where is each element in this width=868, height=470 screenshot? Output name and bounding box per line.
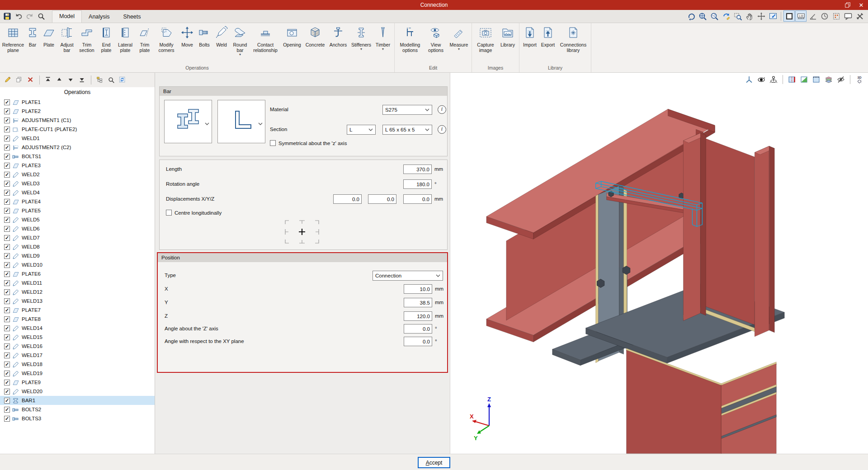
rotation-input[interactable]: [403, 179, 432, 189]
ribbon-button-trim-section[interactable]: Trim section: [76, 24, 97, 63]
move-top-icon[interactable]: [44, 75, 53, 85]
ribbon-button-import[interactable]: Import: [521, 24, 539, 63]
section-family-select[interactable]: L: [347, 125, 376, 135]
zoom-x2-icon[interactable]: ×2: [708, 10, 720, 22]
protractor-icon[interactable]: [819, 10, 830, 22]
item-checkbox[interactable]: ✓: [4, 127, 10, 132]
tab-analysis[interactable]: Analysis: [82, 11, 117, 23]
move-bottom-icon[interactable]: [78, 75, 87, 85]
search-icon[interactable]: [36, 11, 46, 22]
item-checkbox[interactable]: ✓: [4, 289, 10, 295]
delete-icon[interactable]: [26, 75, 35, 85]
tree-item-bolts3[interactable]: ✓ BOLTS3: [0, 414, 155, 423]
item-checkbox[interactable]: ✓: [4, 362, 10, 367]
ribbon-button-modify-corners[interactable]: Modify corners: [154, 24, 179, 63]
ribbon-button-reference-plane[interactable]: Reference plane: [1, 24, 25, 63]
tree-item-weld1[interactable]: ✓ WELD1: [0, 134, 155, 143]
orbit-icon[interactable]: [756, 75, 766, 85]
item-checkbox[interactable]: ✓: [4, 136, 10, 141]
zoom-window-icon[interactable]: [732, 10, 743, 22]
tree-item-weld17[interactable]: ✓ WELD17: [0, 351, 155, 360]
section-info-icon[interactable]: i: [438, 125, 446, 134]
tree-item-plate-cut1-plate2-[interactable]: ✓ PLATE-CUT1 (PLATE2): [0, 125, 155, 134]
settings-tools-icon[interactable]: [854, 10, 865, 22]
ribbon-button-lateral-plate[interactable]: Lateral plate: [115, 24, 135, 63]
insertion-point-picker[interactable]: [282, 217, 322, 247]
zoom-extents-icon[interactable]: [697, 10, 708, 22]
material-info-icon[interactable]: i: [438, 105, 446, 114]
tree-item-plate5[interactable]: ✓ PLATE5: [0, 206, 155, 215]
tree-item-weld7[interactable]: ✓ WELD7: [0, 233, 155, 242]
item-checkbox[interactable]: ✓: [4, 172, 10, 178]
tree-item-plate2[interactable]: ✓ PLATE2: [0, 107, 155, 116]
item-checkbox[interactable]: ✓: [4, 352, 10, 358]
angle-z-input[interactable]: [404, 324, 432, 334]
item-checkbox[interactable]: ✓: [4, 334, 10, 340]
centre-checkbox[interactable]: [166, 210, 172, 216]
item-checkbox[interactable]: ✓: [4, 416, 10, 422]
angle-xy-input[interactable]: [404, 337, 432, 346]
item-checkbox[interactable]: ✓: [4, 271, 10, 277]
item-checkbox[interactable]: ✓: [4, 389, 10, 395]
tree-item-bolts1[interactable]: ✓ BOLTS1: [0, 152, 155, 161]
viewport-3d[interactable]: 3D Z X Y: [450, 73, 868, 454]
ribbon-button-weld[interactable]: Weld: [213, 24, 230, 63]
item-checkbox[interactable]: ✓: [4, 226, 10, 232]
item-checkbox[interactable]: ✓: [4, 99, 10, 105]
ribbon-button-end-plate[interactable]: End plate: [97, 24, 115, 63]
accept-button[interactable]: Accept: [418, 457, 450, 468]
tree-item-bolts2[interactable]: ✓ BOLTS2: [0, 405, 155, 414]
ribbon-button-modelling-options[interactable]: Modelling options: [396, 24, 424, 63]
item-checkbox[interactable]: ✓: [4, 262, 10, 268]
tree-item-adjustment2-c2-[interactable]: ✓ ADJUSTMENT2 (C2): [0, 143, 155, 152]
close-window-icon[interactable]: ✕: [854, 0, 868, 10]
angle-measure-icon[interactable]: [807, 10, 818, 22]
length-input[interactable]: [403, 164, 432, 174]
ribbon-button-connections-library[interactable]: Connections library: [557, 24, 590, 63]
section-shape-picker[interactable]: [217, 100, 265, 143]
ribbon-button-capture-image[interactable]: Capture image: [473, 24, 498, 63]
item-checkbox[interactable]: ✓: [4, 380, 10, 385]
copy-icon[interactable]: [15, 75, 24, 85]
tree-item-weld15[interactable]: ✓ WELD15: [0, 333, 155, 342]
tree-item-weld5[interactable]: ✓ WELD5: [0, 215, 155, 224]
ribbon-button-plate[interactable]: Plate: [40, 24, 57, 63]
tree-item-plate1[interactable]: ✓ PLATE1: [0, 98, 155, 107]
ribbon-button-export[interactable]: Export: [539, 24, 557, 63]
ribbon-button-timber[interactable]: Timber ▾: [373, 24, 393, 63]
item-checkbox[interactable]: ✓: [4, 316, 10, 322]
fit-screen-icon[interactable]: [767, 10, 778, 22]
move-down-icon[interactable]: [66, 75, 75, 85]
item-checkbox[interactable]: ✓: [4, 118, 10, 123]
item-checkbox[interactable]: ✓: [4, 199, 10, 205]
ribbon-button-concrete[interactable]: Concrete: [303, 24, 327, 63]
item-checkbox[interactable]: ✓: [4, 407, 10, 413]
tree-item-weld2[interactable]: ✓ WELD2: [0, 170, 155, 179]
view-3d-settings-icon[interactable]: 3D: [854, 75, 864, 85]
item-checkbox[interactable]: ✓: [4, 325, 10, 331]
ribbon-button-round-bar[interactable]: Round bar ▾: [230, 24, 250, 63]
tree-item-weld8[interactable]: ✓ WELD8: [0, 242, 155, 251]
position-type-select[interactable]: Connection: [373, 271, 443, 281]
tree-item-adjustment1-c1-[interactable]: ✓ ADJUSTMENT1 (C1): [0, 116, 155, 125]
position-x-input[interactable]: [404, 284, 432, 294]
ribbon-button-opening[interactable]: Opening: [281, 24, 303, 63]
item-checkbox[interactable]: ✓: [4, 163, 10, 169]
displacement-x-input[interactable]: [333, 194, 362, 204]
displacement-z-input[interactable]: [403, 194, 432, 204]
unit-scale-icon[interactable]: 1.00: [795, 10, 807, 22]
displacement-y-input[interactable]: [368, 194, 396, 204]
edit-pencil-icon[interactable]: [4, 75, 13, 85]
material-select[interactable]: S275: [382, 105, 432, 115]
tree-item-plate9[interactable]: ✓ PLATE9: [0, 378, 155, 387]
tree-item-weld18[interactable]: ✓ WELD18: [0, 360, 155, 369]
tree-item-weld20[interactable]: ✓ WELD20: [0, 387, 155, 396]
ribbon-button-contact-relationship[interactable]: Contact relationship: [250, 24, 281, 63]
ribbon-button-adjust-bar[interactable]: Adjust bar: [57, 24, 76, 63]
ribbon-button-measure[interactable]: Measure ▾: [448, 24, 470, 63]
item-checkbox[interactable]: ✓: [4, 108, 10, 114]
tree-item-plate3[interactable]: ✓ PLATE3: [0, 161, 155, 170]
item-checkbox[interactable]: ✓: [4, 208, 10, 214]
tree-item-weld14[interactable]: ✓ WELD14: [0, 324, 155, 333]
move-view-icon[interactable]: [755, 10, 767, 22]
